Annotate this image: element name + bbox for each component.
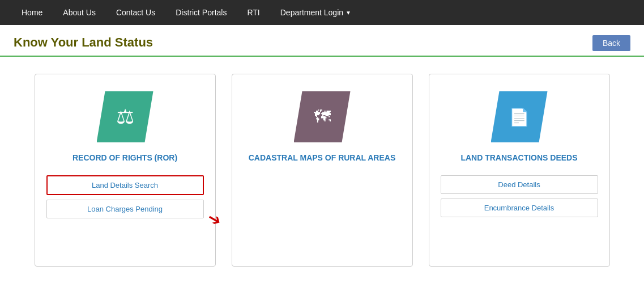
loan-charges-pending-button[interactable]: Loan Charges Pending [46,200,204,218]
nav-dept-login[interactable]: Department Login ▼ [270,0,361,25]
gavel-icon: ⚖ [116,105,134,129]
card-ror: ⚖ RECORD OF RIGHTS (ROR) Land Details Se… [35,74,216,267]
cadastral-icon-container: 🗺 [294,91,351,142]
navbar: Home About Us Contact Us District Portal… [0,0,644,25]
cards-container: ⚖ RECORD OF RIGHTS (ROR) Land Details Se… [0,57,644,284]
nav-home[interactable]: Home [11,0,53,25]
nav-contact-us[interactable]: Contact Us [106,0,165,25]
ror-icon-container: ⚖ [97,91,153,142]
document-icon: 📄 [509,107,530,127]
land-details-search-button[interactable]: Land Details Search [46,175,204,195]
page-header: Know Your Land Status Back [0,25,644,57]
card-land-transactions: 📄 LAND TRANSACTIONS DEEDS Deed Details E… [429,74,610,267]
land-transactions-links: Deed Details Encumbrance Details [441,175,598,217]
chevron-down-icon: ▼ [346,10,351,16]
dept-login-label: Department Login [280,8,343,17]
cadastral-title: CADASTRAL MAPS OF RURAL AREAS [249,153,396,164]
ror-title: RECORD OF RIGHTS (ROR) [72,153,177,164]
ror-links: Land Details Search Loan Charges Pending… [46,175,204,218]
nav-rti[interactable]: RTI [237,0,270,25]
back-button[interactable]: Back [592,35,630,51]
land-transactions-title: LAND TRANSACTIONS DEEDS [460,153,577,164]
arrow-icon: ➔ [204,208,224,230]
deed-details-button[interactable]: Deed Details [441,175,598,194]
nav-district-portals[interactable]: District Portals [165,0,237,25]
land-transactions-icon-container: 📄 [491,91,548,142]
encumbrance-details-button[interactable]: Encumbrance Details [441,199,598,217]
page-title: Know Your Land Status [14,35,153,50]
map-icon: 🗺 [314,107,331,126]
nav-about-us[interactable]: About Us [53,0,106,25]
card-cadastral: 🗺 CADASTRAL MAPS OF RURAL AREAS [232,74,413,267]
loan-charges-arrow-container: Loan Charges Pending ➔ [46,200,204,218]
